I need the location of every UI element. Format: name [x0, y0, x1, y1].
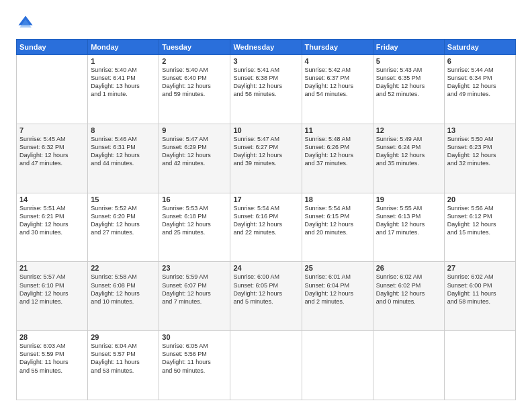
- calendar-cell: 22Sunrise: 5:58 AM Sunset: 6:08 PM Dayli…: [88, 262, 159, 331]
- header: [16, 13, 516, 32]
- day-number: 19: [376, 195, 441, 203]
- calendar-cell: 17Sunrise: 5:54 AM Sunset: 6:16 PM Dayli…: [230, 193, 302, 262]
- calendar-cell: 3Sunrise: 5:41 AM Sunset: 6:38 PM Daylig…: [230, 55, 302, 124]
- day-number: 16: [162, 195, 227, 203]
- weekday-friday: Friday: [373, 40, 444, 55]
- weekday-tuesday: Tuesday: [159, 40, 230, 55]
- calendar-cell: 28Sunrise: 6:03 AM Sunset: 5:59 PM Dayli…: [17, 331, 88, 400]
- day-number: 3: [233, 57, 298, 65]
- calendar-cell: 12Sunrise: 5:49 AM Sunset: 6:24 PM Dayli…: [373, 124, 444, 193]
- day-number: 30: [162, 333, 227, 341]
- day-info: Sunrise: 5:44 AM Sunset: 6:34 PM Dayligh…: [447, 66, 513, 99]
- calendar-cell: 8Sunrise: 5:46 AM Sunset: 6:31 PM Daylig…: [88, 124, 159, 193]
- calendar-cell: [302, 331, 373, 400]
- calendar-cell: 11Sunrise: 5:48 AM Sunset: 6:26 PM Dayli…: [302, 124, 373, 193]
- day-info: Sunrise: 6:00 AM Sunset: 6:05 PM Dayligh…: [233, 273, 298, 306]
- day-info: Sunrise: 5:43 AM Sunset: 6:35 PM Dayligh…: [376, 66, 441, 99]
- calendar-cell: 5Sunrise: 5:43 AM Sunset: 6:35 PM Daylig…: [373, 55, 444, 124]
- day-number: 18: [305, 195, 370, 203]
- calendar: SundayMondayTuesdayWednesdayThursdayFrid…: [16, 39, 516, 400]
- day-number: 2: [162, 57, 227, 65]
- weekday-saturday: Saturday: [444, 40, 515, 55]
- calendar-cell: 16Sunrise: 5:53 AM Sunset: 6:18 PM Dayli…: [159, 193, 230, 262]
- week-row-3: 21Sunrise: 5:57 AM Sunset: 6:10 PM Dayli…: [17, 262, 516, 331]
- day-number: 12: [376, 126, 441, 134]
- day-info: Sunrise: 6:01 AM Sunset: 6:04 PM Dayligh…: [305, 273, 370, 306]
- day-info: Sunrise: 5:52 AM Sunset: 6:20 PM Dayligh…: [91, 204, 156, 237]
- day-info: Sunrise: 5:56 AM Sunset: 6:12 PM Dayligh…: [447, 204, 513, 237]
- day-number: 25: [305, 264, 370, 272]
- calendar-cell: 4Sunrise: 5:42 AM Sunset: 6:37 PM Daylig…: [302, 55, 373, 124]
- day-number: 17: [233, 195, 298, 203]
- calendar-cell: 26Sunrise: 6:02 AM Sunset: 6:02 PM Dayli…: [373, 262, 444, 331]
- day-number: 13: [447, 126, 513, 134]
- week-row-2: 14Sunrise: 5:51 AM Sunset: 6:21 PM Dayli…: [17, 193, 516, 262]
- calendar-cell: 29Sunrise: 6:04 AM Sunset: 5:57 PM Dayli…: [88, 331, 159, 400]
- calendar-cell: 25Sunrise: 6:01 AM Sunset: 6:04 PM Dayli…: [302, 262, 373, 331]
- calendar-cell: [230, 331, 302, 400]
- day-number: 28: [19, 333, 85, 341]
- calendar-cell: [444, 331, 515, 400]
- day-number: 26: [376, 264, 441, 272]
- day-info: Sunrise: 5:40 AM Sunset: 6:41 PM Dayligh…: [91, 66, 156, 99]
- day-info: Sunrise: 5:58 AM Sunset: 6:08 PM Dayligh…: [91, 273, 156, 306]
- day-number: 9: [162, 126, 227, 134]
- week-row-0: 1Sunrise: 5:40 AM Sunset: 6:41 PM Daylig…: [17, 55, 516, 124]
- day-number: 11: [305, 126, 370, 134]
- day-info: Sunrise: 5:53 AM Sunset: 6:18 PM Dayligh…: [162, 204, 227, 237]
- logo: [16, 13, 38, 32]
- calendar-cell: 15Sunrise: 5:52 AM Sunset: 6:20 PM Dayli…: [88, 193, 159, 262]
- day-info: Sunrise: 6:03 AM Sunset: 5:59 PM Dayligh…: [19, 342, 85, 375]
- day-number: 29: [91, 333, 156, 341]
- day-number: 24: [233, 264, 298, 272]
- day-info: Sunrise: 5:48 AM Sunset: 6:26 PM Dayligh…: [305, 135, 370, 168]
- day-number: 7: [19, 126, 85, 134]
- calendar-cell: 6Sunrise: 5:44 AM Sunset: 6:34 PM Daylig…: [444, 55, 515, 124]
- weekday-sunday: Sunday: [17, 40, 88, 55]
- calendar-cell: 18Sunrise: 5:54 AM Sunset: 6:15 PM Dayli…: [302, 193, 373, 262]
- weekday-thursday: Thursday: [302, 40, 373, 55]
- calendar-cell: 1Sunrise: 5:40 AM Sunset: 6:41 PM Daylig…: [88, 55, 159, 124]
- day-info: Sunrise: 5:45 AM Sunset: 6:32 PM Dayligh…: [19, 135, 85, 168]
- day-info: Sunrise: 5:47 AM Sunset: 6:27 PM Dayligh…: [233, 135, 298, 168]
- calendar-cell: [373, 331, 444, 400]
- day-info: Sunrise: 5:57 AM Sunset: 6:10 PM Dayligh…: [19, 273, 85, 306]
- day-info: Sunrise: 5:41 AM Sunset: 6:38 PM Dayligh…: [233, 66, 298, 99]
- weekday-monday: Monday: [88, 40, 159, 55]
- week-row-4: 28Sunrise: 6:03 AM Sunset: 5:59 PM Dayli…: [17, 331, 516, 400]
- day-info: Sunrise: 5:46 AM Sunset: 6:31 PM Dayligh…: [91, 135, 156, 168]
- day-info: Sunrise: 5:59 AM Sunset: 6:07 PM Dayligh…: [162, 273, 227, 306]
- day-number: 15: [91, 195, 156, 203]
- day-info: Sunrise: 6:05 AM Sunset: 5:56 PM Dayligh…: [162, 342, 227, 375]
- calendar-cell: [17, 55, 88, 124]
- weekday-wednesday: Wednesday: [230, 40, 302, 55]
- day-number: 6: [447, 57, 513, 65]
- day-info: Sunrise: 5:47 AM Sunset: 6:29 PM Dayligh…: [162, 135, 227, 168]
- calendar-cell: 2Sunrise: 5:40 AM Sunset: 6:40 PM Daylig…: [159, 55, 230, 124]
- day-number: 1: [91, 57, 156, 65]
- day-info: Sunrise: 6:02 AM Sunset: 6:00 PM Dayligh…: [447, 273, 513, 306]
- calendar-cell: 27Sunrise: 6:02 AM Sunset: 6:00 PM Dayli…: [444, 262, 515, 331]
- day-info: Sunrise: 6:04 AM Sunset: 5:57 PM Dayligh…: [91, 342, 156, 375]
- day-number: 4: [305, 57, 370, 65]
- day-number: 5: [376, 57, 441, 65]
- day-info: Sunrise: 5:40 AM Sunset: 6:40 PM Dayligh…: [162, 66, 227, 99]
- day-number: 22: [91, 264, 156, 272]
- day-info: Sunrise: 5:49 AM Sunset: 6:24 PM Dayligh…: [376, 135, 441, 168]
- calendar-cell: 10Sunrise: 5:47 AM Sunset: 6:27 PM Dayli…: [230, 124, 302, 193]
- day-info: Sunrise: 5:50 AM Sunset: 6:23 PM Dayligh…: [447, 135, 513, 168]
- day-info: Sunrise: 5:42 AM Sunset: 6:37 PM Dayligh…: [305, 66, 370, 99]
- day-number: 23: [162, 264, 227, 272]
- day-info: Sunrise: 6:02 AM Sunset: 6:02 PM Dayligh…: [376, 273, 441, 306]
- calendar-cell: 9Sunrise: 5:47 AM Sunset: 6:29 PM Daylig…: [159, 124, 230, 193]
- day-info: Sunrise: 5:54 AM Sunset: 6:16 PM Dayligh…: [233, 204, 298, 237]
- day-info: Sunrise: 5:55 AM Sunset: 6:13 PM Dayligh…: [376, 204, 441, 237]
- day-info: Sunrise: 5:54 AM Sunset: 6:15 PM Dayligh…: [305, 204, 370, 237]
- week-row-1: 7Sunrise: 5:45 AM Sunset: 6:32 PM Daylig…: [17, 124, 516, 193]
- calendar-cell: 14Sunrise: 5:51 AM Sunset: 6:21 PM Dayli…: [17, 193, 88, 262]
- calendar-header: SundayMondayTuesdayWednesdayThursdayFrid…: [17, 40, 516, 55]
- calendar-cell: 13Sunrise: 5:50 AM Sunset: 6:23 PM Dayli…: [444, 124, 515, 193]
- weekday-row: SundayMondayTuesdayWednesdayThursdayFrid…: [17, 40, 516, 55]
- calendar-cell: 21Sunrise: 5:57 AM Sunset: 6:10 PM Dayli…: [17, 262, 88, 331]
- calendar-cell: 20Sunrise: 5:56 AM Sunset: 6:12 PM Dayli…: [444, 193, 515, 262]
